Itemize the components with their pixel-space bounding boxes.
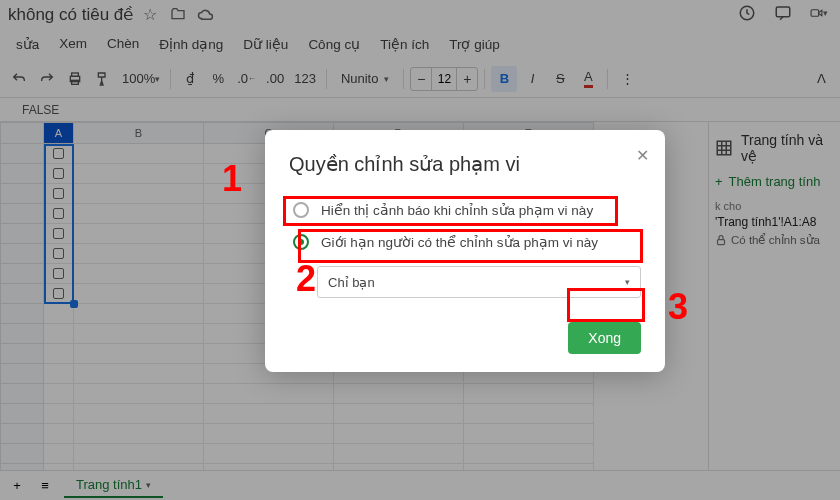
close-icon[interactable]: ✕ <box>636 146 649 165</box>
select-value: Chỉ bạn <box>328 275 375 290</box>
radio-option-restrict[interactable]: Giới hạn người có thể chỉnh sửa phạm vi … <box>289 226 641 258</box>
chevron-down-icon: ▾ <box>625 277 630 287</box>
radio-checked-icon <box>293 234 309 250</box>
restrict-select[interactable]: Chỉ bạn ▾ <box>317 266 641 298</box>
radio-label-restrict: Giới hạn người có thể chỉnh sửa phạm vi … <box>321 234 598 250</box>
range-permissions-dialog: ✕ Quyền chỉnh sửa phạm vi Hiển thị cảnh … <box>265 130 665 372</box>
radio-label-warning: Hiển thị cảnh báo khi chỉnh sửa phạm vi … <box>321 202 593 218</box>
done-button[interactable]: Xong <box>568 322 641 354</box>
dialog-title: Quyền chỉnh sửa phạm vi <box>289 152 641 176</box>
radio-unchecked-icon <box>293 202 309 218</box>
radio-option-warning[interactable]: Hiển thị cảnh báo khi chỉnh sửa phạm vi … <box>289 194 641 226</box>
